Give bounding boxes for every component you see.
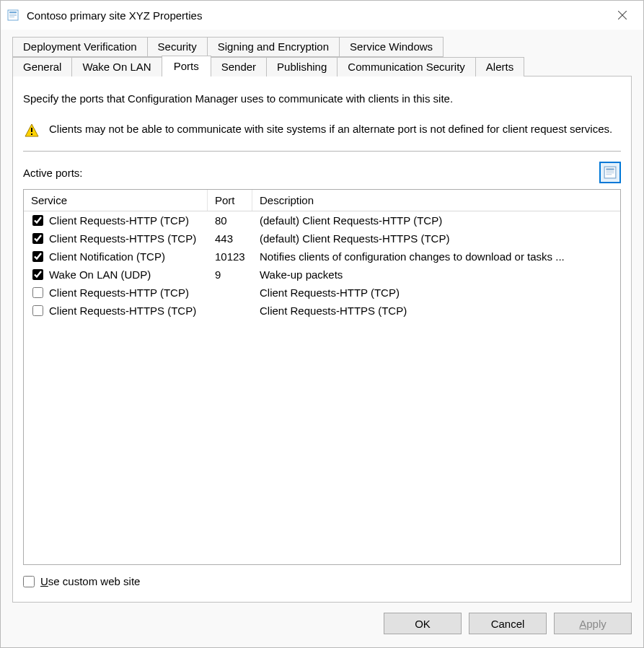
row-checkbox[interactable] [32,269,43,280]
cell-service: Client Requests-HTTPS (TCP) [24,303,208,318]
cell-port [208,303,252,318]
svg-rect-13 [606,172,614,173]
properties-icon [604,166,617,179]
row-service-label: Client Requests-HTTP (TCP) [49,286,189,299]
table-row[interactable]: Client Requests-HTTP (TCP)Client Request… [24,284,620,302]
tab-publishing[interactable]: Publishing [266,57,338,76]
cell-service: Wake On LAN (UDP) [24,267,208,282]
window-title: Contoso primary site XYZ Properties [27,9,606,22]
tab-sender[interactable]: Sender [211,57,267,76]
tab-page-ports: Specify the ports that Configuration Man… [12,76,632,603]
cell-description: (default) Client Requests-HTTPS (TCP) [252,231,620,246]
active-ports-label: Active ports: [23,167,83,179]
tabs-row-top: Deployment VerificationSecuritySigning a… [12,37,632,57]
listview-header: Service Port Description [24,190,620,211]
svg-rect-8 [31,128,32,132]
warning-text: Clients may not be able to communicate w… [49,122,612,136]
row-checkbox[interactable] [32,287,43,298]
cell-description: Client Requests-HTTPS (TCP) [252,303,620,318]
close-button[interactable] [606,4,639,27]
svg-rect-3 [9,15,17,16]
svg-rect-12 [606,171,614,172]
ok-button[interactable]: OK [384,613,462,634]
column-header-description[interactable]: Description [252,190,620,211]
use-custom-website-checkbox[interactable]: Use custom web site [23,575,621,587]
row-service-label: Wake On LAN (UDP) [49,268,151,281]
tab-signing-and-encryption[interactable]: Signing and Encryption [207,37,340,57]
cell-port: 10123 [208,249,252,264]
cell-service: Client Notification (TCP) [24,249,208,264]
use-custom-website-label: Use custom web site [40,575,140,587]
cell-service: Client Requests-HTTP (TCP) [24,213,208,228]
svg-rect-11 [606,168,614,170]
svg-rect-9 [31,133,32,135]
cell-description: Client Requests-HTTP (TCP) [252,285,620,300]
below-list: Use custom web site [23,565,621,592]
svg-rect-4 [9,17,14,17]
column-header-service[interactable]: Service [24,190,208,211]
tab-deployment-verification[interactable]: Deployment Verification [12,37,148,57]
cell-port [208,285,252,300]
apply-button[interactable]: Apply [554,613,632,634]
tab-control: Deployment VerificationSecuritySigning a… [12,37,632,603]
table-row[interactable]: Client Notification (TCP)10123Notifies c… [24,248,620,266]
row-checkbox[interactable] [32,251,43,262]
row-service-label: Client Requests-HTTPS (TCP) [49,232,196,245]
app-icon [6,9,19,22]
dialog-buttons: OK Cancel Apply [1,603,643,647]
cell-description: Notifies clients of configuration change… [252,249,620,264]
table-row[interactable]: Wake On LAN (UDP)9Wake-up packets [24,266,620,284]
table-row[interactable]: Client Requests-HTTPS (TCP)443(default) … [24,229,620,248]
row-checkbox[interactable] [32,305,43,316]
table-row[interactable]: Client Requests-HTTPS (TCP)Client Reques… [24,302,620,320]
cell-port: 443 [208,231,252,246]
tab-general[interactable]: General [12,57,72,76]
cell-port: 9 [208,267,252,282]
warning-icon [25,123,39,138]
divider [23,151,621,152]
listview-body: Client Requests-HTTP (TCP)80(default) Cl… [24,211,620,320]
port-properties-button[interactable] [599,162,621,183]
cancel-button[interactable]: Cancel [469,613,547,634]
cell-description: Wake-up packets [252,267,620,282]
svg-rect-2 [9,14,17,14]
properties-dialog: Contoso primary site XYZ Properties Depl… [0,0,644,648]
tab-security[interactable]: Security [147,37,208,57]
tab-wake-on-lan[interactable]: Wake On LAN [71,57,162,76]
column-header-port[interactable]: Port [208,190,252,211]
dialog-body: Deployment VerificationSecuritySigning a… [1,30,643,603]
table-row[interactable]: Client Requests-HTTP (TCP)80(default) Cl… [24,211,620,229]
tab-ports[interactable]: Ports [162,56,211,76]
row-service-label: Client Notification (TCP) [49,250,165,263]
warning-box: Clients may not be able to communicate w… [23,121,621,151]
row-service-label: Client Requests-HTTP (TCP) [49,214,189,227]
cell-description: (default) Client Requests-HTTP (TCP) [252,213,620,228]
svg-rect-1 [9,12,17,13]
ports-listview[interactable]: Service Port Description Client Requests… [23,189,621,565]
tab-communication-security[interactable]: Communication Security [337,57,476,76]
active-ports-header: Active ports: [23,162,621,183]
svg-rect-14 [606,174,612,175]
cell-service: Client Requests-HTTP (TCP) [24,285,208,300]
row-service-label: Client Requests-HTTPS (TCP) [49,305,196,317]
use-custom-website-input[interactable] [23,576,35,587]
tab-service-windows[interactable]: Service Windows [339,37,444,57]
cell-port: 80 [208,213,252,228]
instruction-text: Specify the ports that Configuration Man… [23,92,621,105]
row-checkbox[interactable] [32,233,43,244]
close-icon [618,11,627,19]
titlebar: Contoso primary site XYZ Properties [1,1,643,30]
tabs-row-active: GeneralWake On LANPortsSenderPublishingC… [12,57,632,76]
tab-alerts[interactable]: Alerts [475,57,524,76]
cell-service: Client Requests-HTTPS (TCP) [24,231,208,246]
row-checkbox[interactable] [32,215,43,226]
